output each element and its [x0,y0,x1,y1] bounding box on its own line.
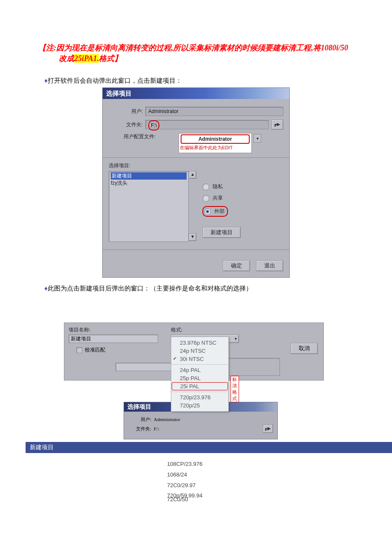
note-line2-pre: 改成 [59,54,74,63]
format-item: 1068/24 [167,470,354,480]
project-name-label: 项目名称: [69,326,158,334]
cancel-button[interactable]: 取消 [291,343,318,354]
diamond-icon: ♦ [44,77,48,84]
user-field: Administrator [154,416,273,423]
config-dropdown[interactable]: Administrator 在编辑界面中此处为EDIT [179,133,252,153]
new-project-dialog: 项目名称: 新建项目 校准匹配 格式: 30i NTSC ▾ 23.976p N… [64,323,324,381]
menu-item[interactable]: 24p NTSC [171,347,228,355]
new-project-bar: 新建项目 [26,442,392,453]
folder-label: 文件夹: [109,121,145,128]
user-field: Administrator [145,107,283,116]
config-value: Administrator [181,134,250,144]
note-highlight: 25iPA1. [74,54,99,63]
config-label: 用户配置文件: [109,133,158,140]
matte-checkbox-row[interactable]: 校准匹配 [69,346,158,354]
folder-up-icon [274,122,281,128]
format-item: 108CP/23.976 [167,459,354,470]
menu-item-checked[interactable]: 30i NTSC [171,355,228,363]
folder-field: F:\ [154,425,260,432]
checkbox-icon[interactable] [76,347,82,353]
format-label: 格式: [171,326,239,334]
note-line2-post: 格式】 [99,54,122,63]
chevron-down-icon: ▾ [235,337,237,341]
radio-icon [202,183,209,190]
menu-item[interactable]: 23.976p NTSC [171,339,228,347]
bullet-1: ♦打开软件后会自动弹出此窗口，点击新建项目： [44,77,354,85]
format-menu: 23.976p NTSC 24p NTSC 30i NTSC 24p PAL 2… [171,337,229,412]
radio-private[interactable]: 隐私 [202,183,241,190]
scroll-up-icon[interactable]: ▲ [189,171,196,179]
user-label: 用户: [128,416,154,423]
folder-value-highlight: F:\ [148,120,159,131]
scroll-down-icon[interactable]: ▼ [189,233,196,241]
radio-icon-selected [204,208,211,215]
list-scrollbar[interactable]: ▲ ▼ [189,171,196,241]
folder-label: 文件夹: [128,426,154,432]
project-name-input[interactable]: 新建项目 [69,334,158,343]
new-project-button[interactable]: 新建项目 [202,227,241,238]
menu-item[interactable]: 720p/25 [171,401,228,410]
folder-field: F:\ [145,120,269,129]
folder-up-button[interactable] [271,119,283,130]
diamond-icon: ♦ [44,285,48,292]
folder-up-button[interactable] [263,424,273,433]
dropdown-caret-icon[interactable]: ▾ [254,134,261,142]
menu-item-highlighted[interactable]: 25i PAL [172,382,228,390]
format-list: 108CP/23.976 1068/24 72C0/29.97 720p/59,… [167,459,354,501]
menu-item[interactable]: 720p/23.976 [171,393,228,401]
dialog-title: 选择项目 [103,88,289,99]
bullet-2: ♦此图为点击新建项目后弹出的窗口：（主要操作是命名和对格式的选择） [44,285,354,293]
format-annotation: 标清格式 [231,376,239,402]
list-item[interactable]: fzy洗头 [111,180,127,186]
exit-button[interactable]: 退出 [256,260,283,271]
ok-button[interactable]: 确定 [223,260,250,271]
radio-icon [202,195,209,202]
radio-external[interactable]: 外部 [202,206,228,217]
folder-up-icon [265,426,271,432]
menu-item[interactable]: 25p PAL [171,374,228,382]
menu-item[interactable]: 24p PAL [171,366,228,374]
warning-note: 【注:因为现在是标清向离清转变的过程,所以采集标清素材的时候须要建标清工程,将1… [38,43,354,64]
format-item-overlap: 720p/59,99.94 72C0/50 [167,491,354,501]
select-project-dialog: 选择项目 用户: Administrator 文件夹: F:\ 用户配 [102,87,290,278]
user-label: 用户: [109,108,145,115]
format-item: 72C0/29.97 [167,480,354,491]
config-annotation: 在编辑界面中此处为EDIT [179,144,251,153]
list-item-selected[interactable]: 新建项目 [111,172,187,180]
project-list[interactable]: 新建项目 fzy洗头 [109,171,189,242]
radio-share[interactable]: 共享 [202,195,241,202]
select-project-label: 选择项目: [109,162,283,169]
note-line1: 【注:因为现在是标清向离清转变的过程,所以采集标清素材的时候须要建标清工程,将1… [38,44,348,52]
